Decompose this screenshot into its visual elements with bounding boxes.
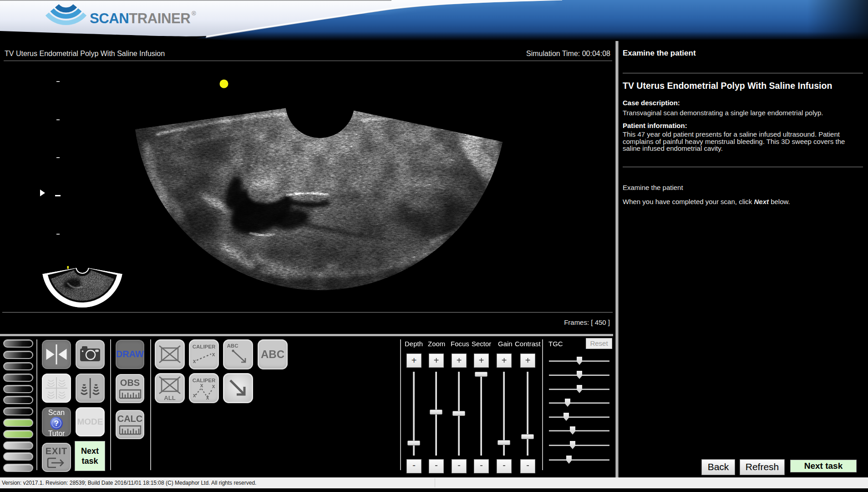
- svg-text:x: x: [193, 392, 196, 399]
- svg-text:ABC: ABC: [261, 348, 284, 360]
- svg-text:?: ?: [54, 419, 59, 428]
- svg-text:x: x: [193, 358, 196, 364]
- svg-text:SCANTRAINER: SCANTRAINER: [90, 10, 190, 26]
- svg-text:x: x: [200, 382, 203, 389]
- svg-text:®: ®: [192, 10, 196, 17]
- svg-text:ABC: ABC: [227, 343, 239, 348]
- svg-text:CALIPER: CALIPER: [193, 378, 216, 383]
- svg-text:CALIPER: CALIPER: [193, 344, 216, 349]
- svg-text:x: x: [206, 395, 209, 401]
- svg-text:x: x: [212, 351, 215, 358]
- svg-text:x: x: [212, 383, 215, 390]
- svg-text:ALL: ALL: [164, 395, 175, 401]
